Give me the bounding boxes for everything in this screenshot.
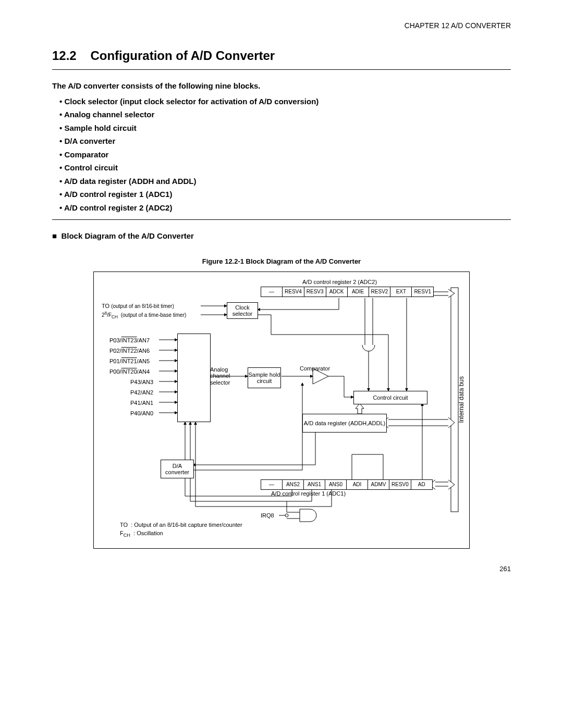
section-heading: 12.2 Configuration of A/D Converter: [52, 47, 511, 65]
subsection-heading: ■ Block Diagram of the A/D Converter: [52, 230, 511, 241]
pin-label: P43/AN3: [130, 378, 153, 386]
list-item: A/D data register (ADDH and ADDL): [59, 175, 511, 188]
da-converter-block: D/A converter: [161, 460, 194, 478]
pin-label: P42/AN2: [130, 389, 153, 397]
pin-label: P01/INT21/AN5: [109, 357, 150, 365]
pin-label: P00/INT20/AN4: [109, 368, 150, 376]
block-diagram: A/D control register 2 (ADC2) — RESV4 RE…: [93, 272, 470, 549]
list-item: A/D control register 2 (ADC2): [59, 201, 511, 215]
legend-to: TO : Output of an 8/16-bit capture timer…: [120, 521, 242, 529]
list-item: A/D control register 1 (ADC1): [59, 188, 511, 201]
clock-in-to: TO (output of an 8/16-bit timer): [102, 302, 174, 310]
clock-selector-block: Clock selector: [227, 302, 258, 319]
sample-hold-block: Sample hold circuit: [248, 367, 281, 388]
svg-point-46: [285, 514, 288, 517]
intro-block: The A/D converter consists of the follow…: [52, 79, 511, 214]
pin-label: P02/INT22/AN6: [109, 347, 150, 355]
analog-selector-block: Analog channel selector: [177, 334, 211, 422]
clock-in-fch: 28/FCH (output of a time-base timer): [102, 311, 186, 320]
pin-label: P41/AN1: [130, 399, 153, 407]
intro-list: Clock selector (input clock selector for…: [52, 95, 511, 215]
pin-label: P40/AN0: [130, 410, 153, 417]
divider: [52, 69, 511, 70]
chapter-header: CHAPTER 12 A/D CONVERTER: [52, 21, 511, 31]
section-title: Configuration of A/D Converter: [90, 48, 275, 63]
bus-label: Internal data bus: [457, 376, 466, 423]
intro-lead: The A/D converter consists of the follow…: [52, 79, 511, 93]
adc1-label: A/D control register 1 (ADC1): [271, 490, 346, 498]
page-number: 261: [52, 564, 511, 574]
section-number: 12.2: [52, 48, 77, 63]
list-item: Control circuit: [59, 161, 511, 175]
adc2-register: — RESV4 RESV3 ADCK ADIE RESV2 EXT RESV1: [261, 287, 434, 297]
comparator-label: Comparator: [300, 365, 330, 373]
list-item: Analog channel selector: [59, 108, 511, 121]
adc1-register: — ANS2 ANS1 ANS0 ADI ADMV RESV0 AD: [261, 479, 433, 490]
irq-label: IRQ8: [261, 512, 274, 520]
divider: [52, 219, 511, 220]
list-item: Comparator: [59, 148, 511, 162]
pin-label: P03/INT23/AN7: [109, 337, 150, 344]
data-register-block: A/D data register (ADDH,ADDL): [302, 414, 387, 433]
figure-caption: Figure 12.2-1 Block Diagram of the A/D C…: [52, 257, 511, 266]
legend-fch: FCH : Oscillation: [120, 529, 163, 539]
control-circuit-block: Control circuit: [353, 391, 427, 404]
list-item: Sample hold circuit: [59, 121, 511, 135]
list-item: Clock selector (input clock selector for…: [59, 95, 511, 108]
list-item: D/A converter: [59, 134, 511, 148]
adc2-label: A/D control register 2 (ADC2): [302, 278, 377, 286]
